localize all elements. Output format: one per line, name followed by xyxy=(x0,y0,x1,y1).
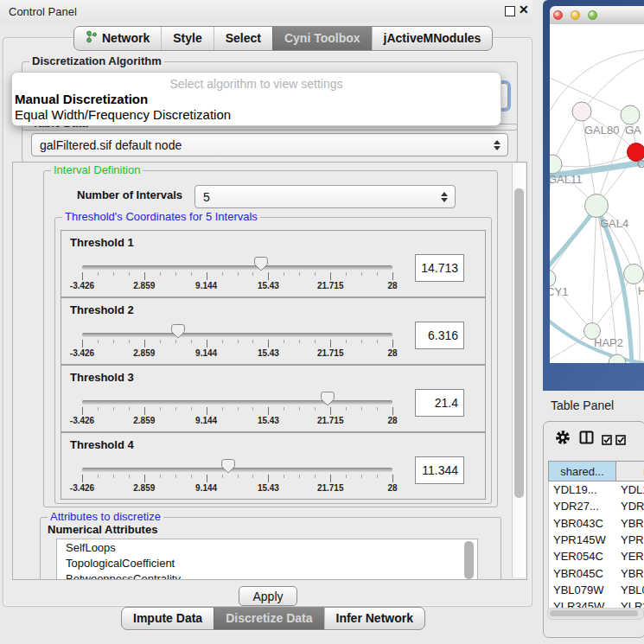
dropdown-option-equal-width-frequency[interactable]: Equal Width/Frequency Discretization xyxy=(15,107,231,122)
close-icon[interactable]: ✕ xyxy=(519,3,529,16)
table-panel: shared...na YDL19...YDL1YDR27...YDR2YBR0… xyxy=(543,421,644,638)
tick-label: -3.426 xyxy=(70,281,94,290)
network-window-titlebar[interactable] xyxy=(550,6,644,25)
slider-thumb[interactable] xyxy=(321,392,335,406)
column-header[interactable]: shared... xyxy=(549,462,616,481)
group-title: Threshold's Coordinates for 5 Intervals xyxy=(62,211,260,223)
table-data-combo[interactable]: galFiltered.sif default node xyxy=(31,133,508,156)
table-row[interactable]: YDR27...YDR2 xyxy=(549,498,644,514)
table-panel-title: Table Panel xyxy=(551,399,614,412)
interval-definition-group: Interval Definition Number of Intervals … xyxy=(43,170,498,507)
view-tabs: NetworkStyleSelectCyni ToolboxjActiveMNo… xyxy=(73,26,493,51)
table-cell: YPR1 xyxy=(616,533,644,546)
deselect-all-checkbox-icon[interactable] xyxy=(615,433,626,449)
network-node[interactable] xyxy=(572,102,591,121)
tick-label: -3.426 xyxy=(70,483,94,493)
traffic-light-minimize[interactable] xyxy=(571,10,580,20)
vertical-scrollbar[interactable] xyxy=(512,163,526,577)
scrollbar-thumb[interactable] xyxy=(550,610,638,616)
network-node[interactable] xyxy=(550,155,562,174)
table-cell: YDL1 xyxy=(616,483,644,496)
select-all-checkbox-icon[interactable] xyxy=(602,433,612,449)
list-scrollbar-thumb[interactable] xyxy=(464,541,474,579)
cyni-toolbox-panel: Discretization Algorithm Select algorith… xyxy=(3,37,532,607)
tick-label: 28 xyxy=(387,348,397,358)
network-node[interactable] xyxy=(624,265,644,284)
slider-tick-labels: -3.4262.8599.14415.4321.71528 xyxy=(82,483,392,494)
tick-label: 15.43 xyxy=(258,281,279,290)
slider-tick-labels: -3.4262.8599.14415.4321.71528 xyxy=(82,416,392,426)
tab-network[interactable]: Network xyxy=(74,27,161,50)
tab-label: Select xyxy=(226,31,261,45)
tab-infer-network[interactable]: Infer Network xyxy=(324,608,424,629)
tab-discretize-data[interactable]: Discretize Data xyxy=(214,608,323,629)
threshold-value-field[interactable]: 21.4 xyxy=(415,389,464,417)
num-intervals-value: 5 xyxy=(203,190,210,204)
node-label: C xyxy=(637,157,644,170)
tab-cyni-toolbox[interactable]: Cyni Toolbox xyxy=(272,27,372,50)
network-node[interactable] xyxy=(585,194,609,218)
tick-label: 2.859 xyxy=(133,348,155,358)
panel-title: Control Panel xyxy=(9,5,77,18)
control-panel-titlebar: Control Panel ✕ xyxy=(0,0,532,22)
num-intervals-combo[interactable]: 5 xyxy=(194,185,456,208)
slider-thumb[interactable] xyxy=(254,257,268,271)
numerical-attributes-list[interactable]: SelfLoopsTopologicalCoefficientBetweenne… xyxy=(56,539,478,580)
tick-label: 2.859 xyxy=(133,416,155,425)
float-window-icon[interactable] xyxy=(505,6,515,16)
traffic-light-zoom[interactable] xyxy=(588,10,597,20)
group-title: Attributes to discretize xyxy=(48,511,163,523)
tab-jactivemnodules[interactable]: jActiveMNodules xyxy=(372,27,493,50)
tab-select[interactable]: Select xyxy=(214,27,272,50)
table-row[interactable]: YBR045CYBR0 xyxy=(549,564,644,581)
tick-label: 15.43 xyxy=(258,416,279,425)
network-node[interactable] xyxy=(621,105,640,124)
table-cell: YDR2 xyxy=(616,500,644,513)
table-cell: YDL19... xyxy=(549,483,616,496)
settings-gear-icon[interactable] xyxy=(555,430,571,449)
table-cell: YBR045C xyxy=(549,567,616,580)
table-row[interactable]: YBR043CYBR0 xyxy=(549,515,644,532)
threshold-value-field[interactable]: 14.713 xyxy=(415,254,464,282)
threshold-panel-3: Threshold 3-3.4262.8599.14415.4321.71528… xyxy=(61,365,486,432)
tab-label: Cyni Toolbox xyxy=(284,31,360,45)
slider-track[interactable] xyxy=(82,333,392,337)
combo-arrows-icon xyxy=(494,140,501,150)
slider-track[interactable] xyxy=(82,265,392,270)
split-columns-icon[interactable] xyxy=(579,430,594,448)
table-row[interactable]: YPR145WYPR1 xyxy=(549,532,644,548)
table-cell: YER054C xyxy=(549,550,616,563)
slider-thumb[interactable] xyxy=(221,459,235,474)
attribute-list-item[interactable]: BetweennessCentrality xyxy=(57,571,477,580)
horizontal-scrollbar[interactable] xyxy=(547,608,644,620)
table-row[interactable]: YBL079WYBL0 xyxy=(549,582,644,598)
slider-track[interactable] xyxy=(82,400,392,405)
network-icon xyxy=(86,30,97,46)
tab-style[interactable]: Style xyxy=(161,27,213,50)
table-row[interactable]: YDL19...YDL1 xyxy=(549,481,644,498)
slider-thumb[interactable] xyxy=(171,324,185,339)
table-row[interactable]: YER054CYER0 xyxy=(549,548,644,564)
node-label: GAL80 xyxy=(584,124,619,137)
slider-tick-labels: -3.4262.8599.14415.4321.71528 xyxy=(82,348,392,359)
threshold-value-field[interactable]: 6.316 xyxy=(415,322,464,349)
tab-label: Impute Data xyxy=(133,611,202,625)
network-canvas[interactable]: GAL80GACGAL11GAL4GCY1HHAP2 xyxy=(550,24,644,363)
threshold-value-field[interactable]: 11.344 xyxy=(415,456,464,484)
traffic-light-close[interactable] xyxy=(553,10,563,20)
algorithm-dropdown-popup: Select algorithm to view settings Manual… xyxy=(11,72,501,126)
scrollbar-thumb[interactable] xyxy=(514,188,524,498)
dropdown-placeholder: Select algorithm to view settings xyxy=(12,77,501,91)
attribute-list-item[interactable]: SelfLoops xyxy=(57,539,477,555)
attribute-list-item[interactable]: TopologicalCoefficient xyxy=(57,555,477,571)
table-data-group: Table Data galFiltered.sif default node xyxy=(22,124,518,163)
column-header[interactable]: na xyxy=(616,462,644,481)
tab-label: jActiveMNodules xyxy=(384,31,481,45)
slider-tick-labels: -3.4262.8599.14415.4321.71528 xyxy=(82,281,392,291)
tab-impute-data[interactable]: Impute Data xyxy=(122,608,214,629)
network-node[interactable] xyxy=(550,270,556,287)
dropdown-option-manual-discretization[interactable]: Manual Discretization xyxy=(15,92,148,106)
slider-track[interactable] xyxy=(82,468,392,472)
threshold-label: Threshold 2 xyxy=(70,303,134,316)
apply-button[interactable]: Apply xyxy=(239,586,297,606)
